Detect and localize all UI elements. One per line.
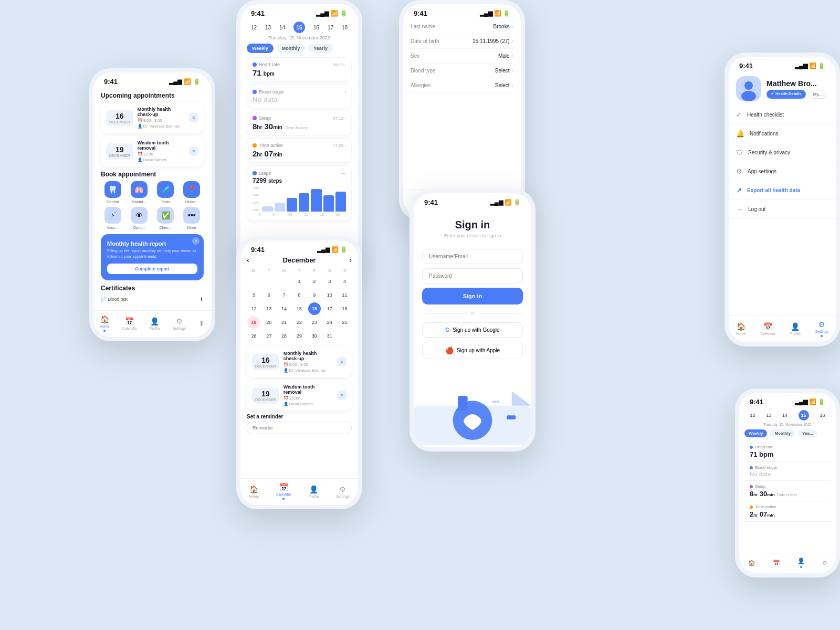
field-bloodtype[interactable]: Blood type Select › bbox=[411, 64, 513, 78]
tag-my[interactable]: My... bbox=[808, 90, 826, 99]
tab-monthly-7[interactable]: Monthly bbox=[770, 429, 795, 437]
metric-sleep[interactable]: Sleep 07:13 › 8hr 30min Time is lost bbox=[247, 111, 352, 135]
cal-day-5[interactable]: 5 bbox=[247, 289, 260, 301]
menu-app-settings[interactable]: ⚙ App settings bbox=[729, 162, 836, 181]
cert-item-blood[interactable]: 📄 Blood test ⬇ bbox=[101, 295, 204, 303]
google-signin-button[interactable]: G Sign up with Google bbox=[422, 322, 523, 338]
date-16[interactable]: 16 bbox=[313, 25, 319, 30]
p7-active[interactable]: Time active 2hr 07min bbox=[744, 501, 831, 522]
menu-security[interactable]: 🛡 Security & privacy bbox=[729, 143, 836, 162]
p7-heart[interactable]: Heart rate 71 bpm bbox=[744, 442, 831, 462]
cal-day-27[interactable]: 27 bbox=[262, 330, 275, 342]
date-15-active[interactable]: 15 bbox=[293, 22, 305, 33]
appt-action-2[interactable]: ≡ bbox=[189, 146, 198, 156]
nav-profile-1[interactable]: 👤 Profile bbox=[150, 317, 160, 330]
cal-day-29[interactable]: 29 bbox=[293, 330, 306, 342]
date-14[interactable]: 14 bbox=[279, 25, 285, 30]
p7-date-14[interactable]: 14 bbox=[782, 413, 788, 418]
cal-day-25[interactable]: 25 bbox=[339, 316, 351, 329]
cal-day-18[interactable]: 18 bbox=[339, 302, 351, 315]
cal-day-9[interactable]: 9 bbox=[308, 289, 321, 301]
date-17[interactable]: 17 bbox=[328, 25, 333, 30]
p7-date-13[interactable]: 13 bbox=[766, 413, 771, 418]
tab-weekly-2[interactable]: Weekly bbox=[247, 44, 274, 53]
nav-calendar-1[interactable]: 📅 Calendar bbox=[122, 317, 137, 330]
nav-profile-7[interactable]: 👤 bbox=[797, 558, 805, 568]
cal-day-28[interactable]: 28 bbox=[278, 330, 290, 342]
menu-logout[interactable]: → Log out bbox=[729, 200, 836, 219]
metric-time-active[interactable]: Time active 17:29 › 2hr 07min bbox=[247, 138, 352, 163]
cal-day-10[interactable]: 10 bbox=[323, 289, 336, 301]
p7-sugar[interactable]: Blood sugar No data bbox=[744, 462, 831, 481]
book-tests[interactable]: 🧪 Tests bbox=[154, 181, 177, 204]
cal-day-20[interactable]: 20 bbox=[262, 316, 275, 329]
cal-day-13[interactable]: 13 bbox=[262, 302, 275, 315]
nav-profile-6[interactable]: 👤 Profile bbox=[790, 322, 801, 335]
book-otolar[interactable]: 📍 Otolar... bbox=[180, 181, 204, 204]
nav-settings-7[interactable]: ⚙ bbox=[822, 560, 827, 566]
book-opht[interactable]: 👁 Opht... bbox=[127, 207, 151, 230]
cal-day-21[interactable]: 21 bbox=[278, 316, 290, 329]
cal-day-23[interactable]: 23 bbox=[308, 316, 321, 329]
cal-day-14[interactable]: 14 bbox=[278, 302, 290, 315]
cal-day-17[interactable]: 17 bbox=[323, 302, 336, 315]
tab-monthly-2[interactable]: Monthly bbox=[277, 44, 306, 53]
nav-settings-5[interactable]: ⚙ Settings bbox=[336, 485, 349, 498]
field-allergies[interactable]: Allergies Select › bbox=[411, 78, 513, 93]
menu-notifications[interactable]: 🔔 Notifications bbox=[729, 124, 836, 143]
tab-yearly-2[interactable]: Yearly bbox=[308, 44, 333, 53]
cal-appt-action-2[interactable]: ≡ bbox=[337, 391, 346, 400]
appt-action-1[interactable]: ≡ bbox=[189, 113, 198, 122]
nav-settings-6[interactable]: ⚙ Settings bbox=[815, 320, 828, 337]
cal-day-2[interactable]: 2 bbox=[308, 275, 321, 288]
cal-day-7[interactable]: 7 bbox=[278, 289, 290, 301]
cert-download[interactable]: ⬇ bbox=[200, 297, 204, 302]
menu-health-checklist[interactable]: ✓ Health checklist bbox=[729, 106, 836, 124]
cal-day-4[interactable]: 4 bbox=[339, 275, 351, 288]
cal-appt-2[interactable]: 19 DECEMBER Wisdom tooth removal ⏰ 12:30… bbox=[247, 380, 352, 411]
metric-blood-sugar[interactable]: Blood sugar › No data bbox=[247, 85, 352, 108]
prev-month-button[interactable]: ‹ bbox=[247, 256, 249, 264]
book-radiol[interactable]: 🫁 Radiol... bbox=[127, 181, 151, 204]
cal-appt-1[interactable]: 16 DECEMBER Monthly health check-up ⏰ 8:… bbox=[247, 346, 352, 377]
field-sex[interactable]: Sex Male › bbox=[411, 49, 513, 64]
p7-sleep[interactable]: Sleep 8hr 30min Time is lost bbox=[744, 481, 831, 501]
appointment-card-1[interactable]: 16 December Monthly health check-up ⏰ 8:… bbox=[101, 102, 204, 133]
tab-weekly-7[interactable]: Weekly bbox=[744, 429, 767, 437]
tag-health-details[interactable]: ✓ Health Details bbox=[766, 90, 806, 99]
signin-button[interactable]: Sign in bbox=[422, 288, 523, 304]
password-input[interactable] bbox=[422, 268, 523, 284]
date-13[interactable]: 13 bbox=[265, 25, 271, 30]
cal-day-19-highlight[interactable]: 19 bbox=[247, 316, 260, 329]
cal-appt-action-1[interactable]: ≡ bbox=[337, 357, 346, 366]
cal-day-24[interactable]: 24 bbox=[323, 316, 336, 329]
tab-yearly-7[interactable]: Yea... bbox=[798, 429, 817, 437]
nav-home-1[interactable]: 🏠 Home bbox=[100, 315, 110, 332]
p7-date-12[interactable]: 12 bbox=[750, 413, 755, 418]
cal-day-1[interactable]: 1 bbox=[293, 275, 306, 288]
next-month-button[interactable]: › bbox=[349, 256, 352, 264]
nav-settings-1[interactable]: ⚙ Settings bbox=[173, 317, 186, 330]
cal-day-30[interactable]: 30 bbox=[308, 330, 321, 342]
date-12[interactable]: 12 bbox=[251, 25, 257, 30]
apple-signin-button[interactable]: 🍎 Sign up with Apple bbox=[422, 342, 523, 359]
reminder-input[interactable] bbox=[247, 422, 352, 434]
cal-day-8[interactable]: 8 bbox=[293, 289, 306, 301]
cal-day-3[interactable]: 3 bbox=[323, 275, 336, 288]
book-dentist[interactable]: 🦷 Dentist bbox=[101, 181, 124, 204]
cal-day-31[interactable]: 31 bbox=[323, 330, 336, 342]
menu-export[interactable]: ↗ Export all health data bbox=[729, 181, 836, 200]
nav-calendar-7[interactable]: 📅 bbox=[773, 560, 780, 566]
close-button[interactable]: × bbox=[192, 237, 200, 245]
nav-profile-5[interactable]: 👤 Profile bbox=[308, 485, 319, 498]
username-input[interactable] bbox=[422, 249, 523, 264]
nav-calendar-6[interactable]: 📅 Calendar bbox=[761, 322, 775, 335]
book-chec[interactable]: ✅ Chec... bbox=[154, 207, 177, 230]
book-more[interactable]: ••• More bbox=[180, 207, 204, 230]
p7-date-15[interactable]: 15 bbox=[799, 410, 809, 421]
date-18[interactable]: 18 bbox=[342, 25, 348, 30]
cal-day-22[interactable]: 22 bbox=[293, 316, 306, 329]
cal-day-26[interactable]: 26 bbox=[247, 330, 260, 342]
nav-home-5[interactable]: 🏠 Home bbox=[249, 485, 259, 498]
appointment-card-2[interactable]: 19 December Wisdom tooth removal ⏰ 12:30… bbox=[101, 136, 204, 166]
